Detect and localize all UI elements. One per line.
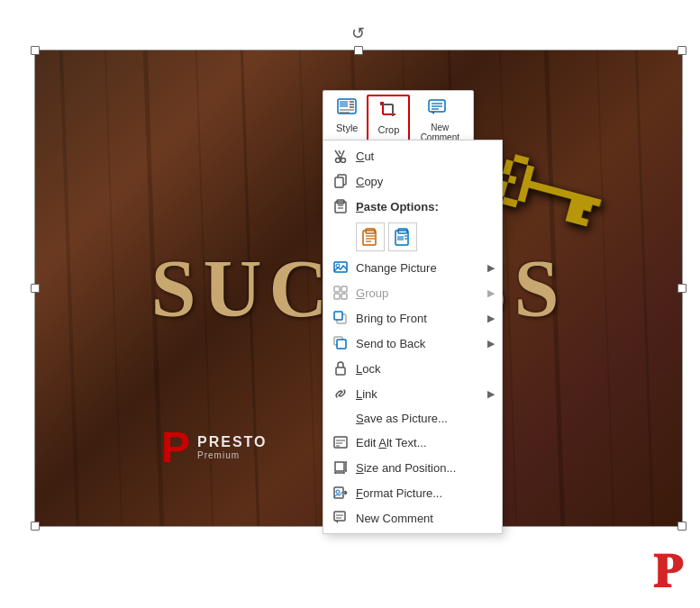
group-arrow: ▶ [487, 287, 495, 299]
link-icon [332, 386, 349, 402]
svg-rect-41 [341, 286, 347, 292]
send-to-back-label: Send to Back [356, 337, 425, 350]
menu-bring-to-front[interactable]: Bring to Front ▶ [323, 305, 502, 331]
presto-logo-bottom-right: 𝐏 [653, 544, 682, 599]
new-comment-icon [427, 98, 452, 121]
new-comment-ctx-label: New Comment [356, 512, 433, 525]
handle-bottom-left[interactable] [31, 522, 40, 531]
cut-label: Cut [356, 150, 374, 163]
size-position-icon [332, 459, 349, 476]
menu-copy[interactable]: Copy [323, 168, 502, 194]
style-label: Style [336, 123, 358, 133]
menu-lock[interactable]: Lock [323, 356, 502, 381]
svg-rect-43 [341, 294, 347, 299]
paste-btn-2[interactable] [388, 222, 417, 251]
style-icon [337, 98, 357, 121]
canvas-area: SUCCESS 🗝 P PRESTO Premium ↺ [0, 0, 700, 608]
svg-rect-45 [334, 312, 342, 320]
svg-rect-48 [337, 340, 346, 349]
svg-rect-40 [334, 286, 340, 292]
group-icon [332, 285, 349, 301]
toolbar-crop[interactable]: Crop [367, 95, 410, 146]
lock-label: Lock [356, 362, 380, 376]
paste-options-row [323, 219, 502, 255]
paste-icon [332, 198, 349, 214]
svg-line-21 [341, 150, 344, 159]
menu-paste-options-label: Paste Options: [323, 194, 502, 219]
menu-send-to-back[interactable]: Send to Back ▶ [323, 331, 502, 356]
change-picture-label: Change Picture [356, 261, 437, 275]
paste-btn-1[interactable] [356, 222, 385, 251]
bring-to-front-label: Bring to Front [356, 312, 427, 325]
presto-name: PRESTO [197, 434, 268, 450]
menu-cut[interactable]: Cut [323, 143, 502, 168]
copy-icon [332, 173, 349, 189]
send-to-back-icon [332, 335, 349, 351]
crop-label: Crop [377, 124, 399, 135]
svg-marker-13 [431, 112, 434, 114]
change-picture-arrow: ▶ [487, 262, 495, 274]
save-as-picture-label: Save as Picture... [356, 412, 448, 425]
new-comment-ctx-icon [332, 510, 349, 526]
presto-sub: Premium [197, 450, 268, 460]
send-to-back-arrow: ▶ [487, 338, 495, 349]
menu-save-as-picture[interactable]: Save as Picture... [323, 406, 502, 430]
svg-rect-42 [334, 294, 340, 299]
link-arrow: ▶ [487, 388, 495, 400]
svg-point-65 [336, 490, 340, 494]
menu-size-and-position[interactable]: Size and Position... [323, 455, 502, 480]
alt-text-icon [332, 434, 349, 450]
format-picture-icon [332, 485, 349, 501]
svg-point-20 [341, 159, 346, 163]
handle-top-middle[interactable] [354, 46, 363, 55]
menu-change-picture[interactable]: Change Picture ▶ [323, 255, 502, 280]
handle-top-left[interactable] [31, 46, 40, 55]
menu-format-picture[interactable]: Format Picture... [323, 480, 502, 505]
size-and-position-label: Size and Position... [356, 461, 456, 475]
svg-rect-1 [340, 101, 348, 107]
presto-logo: P PRESTO Premium [161, 422, 268, 472]
context-menu: Cut Copy Paste Options: [323, 140, 503, 534]
edit-alt-text-label: Edit Alt Text... [356, 436, 427, 449]
menu-group[interactable]: Group ▶ [323, 280, 502, 305]
svg-rect-23 [335, 177, 343, 187]
handle-bottom-right[interactable] [677, 522, 686, 531]
menu-edit-alt-text[interactable]: Edit Alt Text... [323, 430, 502, 455]
handle-middle-left[interactable] [31, 284, 40, 293]
format-picture-label: Format Picture... [356, 486, 442, 500]
menu-new-comment[interactable]: New Comment [323, 505, 502, 531]
rotate-handle[interactable]: ↺ [351, 23, 366, 38]
bring-to-front-arrow: ▶ [487, 313, 495, 324]
svg-line-18 [339, 150, 341, 154]
presto-p-letter: P [161, 422, 190, 472]
menu-link[interactable]: Link ▶ [323, 381, 502, 406]
cut-icon [332, 148, 349, 164]
group-label: Group [356, 286, 388, 300]
svg-rect-49 [336, 368, 345, 375]
link-label: Link [356, 387, 377, 401]
toolbar-style[interactable]: Style [327, 95, 367, 146]
copy-label: Copy [356, 175, 383, 188]
toolbar-new-comment[interactable]: New Comment [410, 95, 469, 146]
svg-rect-35 [397, 236, 404, 240]
svg-point-19 [336, 159, 341, 163]
handle-middle-right[interactable] [677, 284, 686, 293]
change-picture-icon [332, 259, 349, 276]
svg-rect-54 [335, 462, 344, 471]
svg-marker-67 [335, 521, 338, 523]
paste-options-text: Paste Options: [356, 200, 439, 213]
bring-to-front-icon [332, 310, 349, 326]
handle-top-right[interactable] [677, 46, 686, 55]
lock-icon [332, 360, 349, 377]
crop-icon [378, 100, 398, 123]
svg-rect-66 [334, 512, 345, 521]
svg-rect-11 [380, 102, 383, 104]
